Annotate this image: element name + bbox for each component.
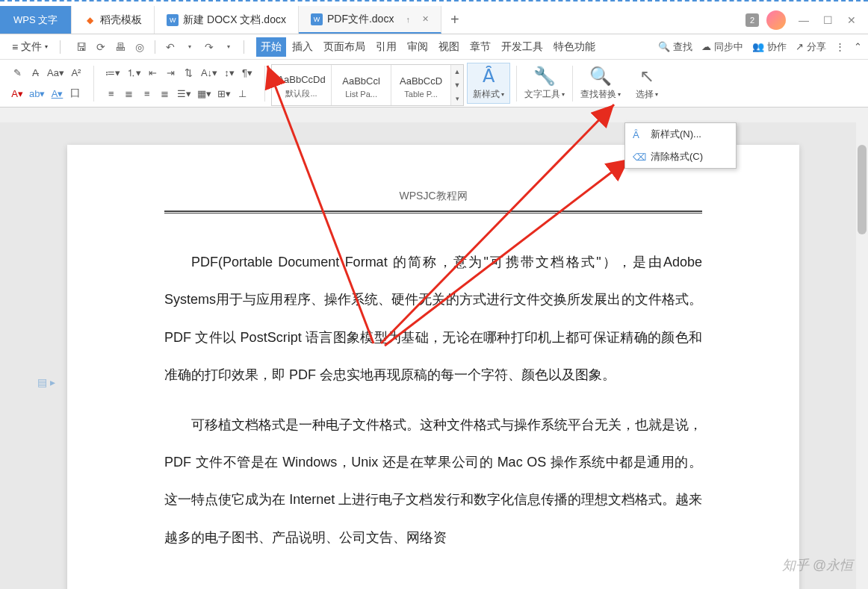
user-avatar[interactable] — [766, 10, 786, 30]
chevron-down-icon: ▾ — [501, 91, 504, 98]
doc-icon: W — [167, 14, 179, 26]
find-replace-button[interactable]: 🔍 查找替换▾ — [579, 63, 622, 104]
undo-dropdown-icon[interactable]: ▾ — [181, 38, 199, 56]
paragraph-2[interactable]: 可移植文档格式是一种电子文件格式。这种文件格式与操作系统平台无关，也就是说，PD… — [164, 406, 702, 557]
indent-decrease-icon[interactable]: ⇤ — [145, 65, 161, 81]
align-left-icon[interactable]: ≡ — [103, 85, 120, 102]
sync-button[interactable]: ☁ 同步中 — [701, 40, 743, 54]
tab-daoce-templates[interactable]: ◆ 稻壳模板 — [72, 6, 155, 34]
document-body[interactable]: PDF(Portable Document Format 的简称，意为"可携带文… — [164, 243, 702, 556]
vertical-scrollbar[interactable] — [856, 122, 868, 589]
preview-icon[interactable]: ◎ — [131, 38, 149, 56]
superscript-icon[interactable]: A² — [68, 65, 84, 81]
indent-increase-icon[interactable]: ⇥ — [163, 65, 179, 81]
ribbon-tab-start[interactable]: 开始 — [256, 37, 286, 57]
tabs-icon[interactable]: ⊥ — [235, 85, 251, 102]
more-icon[interactable]: ⋮ — [835, 41, 845, 52]
scroll-down-icon[interactable]: ▼ — [451, 81, 463, 89]
shading-icon[interactable]: ▦▾ — [195, 85, 214, 102]
header-divider — [164, 211, 702, 214]
line-spacing-icon[interactable]: ↕▾ — [221, 65, 238, 81]
sync-label: 同步中 — [714, 40, 743, 54]
text-direction-icon[interactable]: ⇅ — [181, 65, 197, 81]
scrollbar-thumb[interactable] — [858, 145, 867, 234]
font-color-icon[interactable]: A▾ — [9, 85, 25, 102]
number-list-icon[interactable]: ⒈▾ — [124, 65, 143, 81]
style-name: 默认段... — [285, 88, 317, 99]
save-icon[interactable]: 🖫 — [72, 38, 90, 56]
ribbon-tab-layout[interactable]: 页面布局 — [319, 37, 370, 57]
highlight-icon[interactable]: ab▾ — [27, 85, 47, 102]
collab-button[interactable]: 👥 协作 — [752, 40, 787, 54]
scroll-expand-icon[interactable]: ▾ — [451, 95, 463, 102]
ribbon-tab-devtools[interactable]: 开发工具 — [497, 37, 548, 57]
style-preview: AaBbCcl — [342, 72, 380, 90]
ribbon-tab-reference[interactable]: 引用 — [371, 37, 401, 57]
ribbon-tabs: 开始 插入 页面布局 引用 审阅 视图 章节 开发工具 特色功能 — [256, 37, 600, 57]
ribbon-group-format: ✎ A̶ Aa▾ A² A▾ ab▾ A▾ 囗 — [6, 63, 87, 104]
align-right-icon[interactable]: ≡ — [139, 85, 155, 102]
ribbon-tab-features[interactable]: 特色功能 — [549, 37, 600, 57]
char-border-icon[interactable]: 囗 — [66, 85, 83, 102]
borders-icon[interactable]: ⊞▾ — [215, 85, 233, 102]
text-tools-button[interactable]: 🔧 文字工具▾ — [523, 63, 566, 104]
tab-new-docx[interactable]: W 新建 DOCX 文档.docx — [155, 6, 299, 34]
ribbon-tab-view[interactable]: 视图 — [434, 37, 464, 57]
document-page[interactable]: ▤ ▸ WPSJC教程网 PDF(Portable Document Forma… — [67, 145, 799, 589]
tab-label: 稻壳模板 — [100, 13, 142, 27]
tab-close-icon[interactable]: ✕ — [422, 14, 429, 24]
paragraph-1[interactable]: PDF(Portable Document Format 的简称，意为"可携带文… — [164, 243, 702, 394]
close-icon[interactable]: ✕ — [841, 10, 862, 31]
align-justify-icon[interactable]: ≣ — [157, 85, 173, 102]
share-button[interactable]: ↗ 分享 — [796, 40, 826, 54]
menu-bar: ≡ 文件 ▾ 🖫 ⟳ 🖶 ◎ ↶ ▾ ↷ ▾ 开始 插入 页面布局 引用 审阅 … — [0, 34, 868, 60]
print-icon[interactable]: 🖶 — [111, 38, 129, 56]
bullet-list-icon[interactable]: ≔▾ — [103, 65, 123, 81]
align-center-icon[interactable]: ≣ — [121, 85, 137, 102]
redo-icon[interactable]: ↷ — [200, 38, 218, 56]
scroll-up-icon[interactable]: ▲ — [451, 68, 463, 75]
undo-icon[interactable]: ↶ — [161, 38, 179, 56]
font-case-icon[interactable]: Aa▾ — [45, 65, 66, 81]
app-tab[interactable]: WPS 文字 — [0, 6, 72, 34]
format-painter-icon[interactable]: ✎ — [9, 65, 25, 81]
tab-pdf-docx[interactable]: W PDF文件.docx ↑ ✕ — [299, 6, 441, 34]
ribbon-tab-review[interactable]: 审阅 — [403, 37, 433, 57]
notification-badge[interactable]: 2 — [745, 13, 759, 27]
select-button[interactable]: ↖ 选择▾ — [625, 63, 669, 104]
clear-format-icon[interactable]: A̶ — [27, 65, 43, 81]
collapse-ribbon-icon[interactable]: ⌃ — [854, 41, 862, 52]
tab-label: 新建 DOCX 文档.docx — [183, 13, 286, 27]
file-menu[interactable]: ≡ 文件 ▾ — [6, 37, 54, 57]
search-button[interactable]: 🔍 查找 — [658, 40, 692, 54]
style-item-listpara[interactable]: AaBbCcl List Pa... — [332, 65, 391, 105]
chevron-down-icon: ▾ — [618, 91, 621, 98]
ribbon-tab-chapter[interactable]: 章节 — [465, 37, 495, 57]
separator — [572, 66, 573, 102]
document-viewport[interactable]: ▤ ▸ WPSJC教程网 PDF(Portable Document Forma… — [0, 122, 868, 589]
eraser-icon: ⌫ — [633, 152, 645, 163]
new-style-button[interactable]: Ȃ 新样式▾ — [467, 63, 510, 104]
minimize-icon[interactable]: — — [793, 10, 814, 31]
file-label: 文件 — [21, 40, 42, 54]
style-item-tablepara[interactable]: AaBbCcD Table P... — [391, 65, 451, 105]
dropdown-clear-format[interactable]: ⌫ 清除格式(C) — [625, 146, 736, 168]
style-preview: AaBbCcD — [400, 72, 442, 90]
align-distribute-icon[interactable]: ☰▾ — [175, 85, 193, 102]
maximize-icon[interactable]: ☐ — [817, 10, 838, 31]
tab-pin-icon[interactable]: ↑ — [406, 15, 410, 24]
select-label: 选择 — [636, 88, 654, 101]
sort-icon[interactable]: A↓▾ — [199, 65, 220, 81]
window-top-border — [0, 0, 868, 6]
redo-dropdown-icon[interactable]: ▾ — [220, 38, 238, 56]
new-tab-button[interactable]: + — [441, 11, 468, 28]
underline-icon[interactable]: A▾ — [49, 85, 65, 102]
print-preview-icon[interactable]: ⟳ — [92, 38, 110, 56]
style-item-default[interactable]: AaBbCcDd 默认段... — [272, 65, 332, 105]
style-name: Table P... — [404, 90, 437, 99]
show-marks-icon[interactable]: ¶▾ — [239, 65, 255, 81]
people-icon: 👥 — [752, 41, 764, 52]
ribbon-tab-insert[interactable]: 插入 — [288, 37, 317, 57]
flame-icon: ◆ — [84, 14, 96, 26]
dropdown-new-style[interactable]: Ȃ 新样式(N)... — [625, 123, 736, 146]
